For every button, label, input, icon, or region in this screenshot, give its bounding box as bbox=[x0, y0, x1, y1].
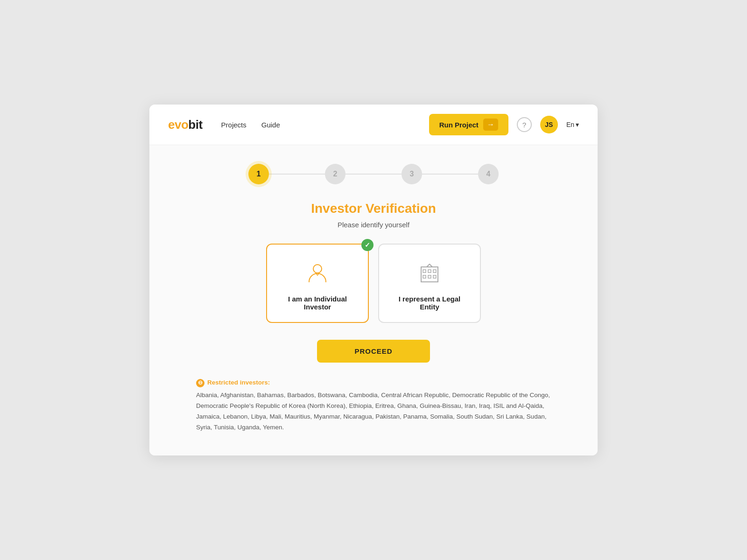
app-window: evobit Projects Guide Run Project → ? JS… bbox=[149, 105, 598, 455]
step-line-1-2 bbox=[269, 174, 325, 175]
page-subtitle: Please identify yourself bbox=[168, 221, 579, 229]
step-line-2-3 bbox=[345, 174, 402, 175]
logo-evo: evo bbox=[168, 118, 188, 132]
header-actions: Run Project → ? JS En ▾ bbox=[429, 114, 579, 135]
run-project-label: Run Project bbox=[439, 121, 479, 129]
navigation: Projects Guide bbox=[221, 121, 429, 129]
restricted-warning-icon: ⊖ bbox=[196, 379, 204, 387]
restricted-title: ⊖ Restricted investors: bbox=[196, 378, 551, 388]
nav-guide[interactable]: Guide bbox=[261, 121, 280, 129]
legal-entity-icon bbox=[416, 259, 444, 287]
proceed-button-wrapper: PROCEED bbox=[168, 340, 579, 378]
step-wrapper-3: 3 bbox=[402, 164, 422, 184]
help-icon[interactable]: ? bbox=[517, 117, 532, 132]
svg-rect-6 bbox=[428, 275, 431, 278]
step-2-label: 2 bbox=[333, 170, 338, 178]
step-wrapper-1: 1 bbox=[248, 164, 269, 184]
restricted-investors-section: ⊖ Restricted investors: Albania, Afghani… bbox=[196, 378, 551, 433]
nav-projects[interactable]: Projects bbox=[221, 121, 247, 129]
legal-entity-label: I represent a Legal Entity bbox=[388, 295, 471, 311]
svg-rect-5 bbox=[423, 275, 426, 278]
header: evobit Projects Guide Run Project → ? JS… bbox=[149, 105, 598, 145]
svg-rect-3 bbox=[428, 270, 431, 273]
step-1[interactable]: 1 bbox=[248, 164, 269, 184]
restricted-countries-text: Albania, Afghanistan, Bahamas, Barbados,… bbox=[196, 392, 550, 431]
page-title: Investor Verification bbox=[168, 201, 579, 216]
svg-point-0 bbox=[313, 265, 322, 273]
step-3-label: 3 bbox=[410, 170, 414, 178]
logo-bit: bit bbox=[188, 118, 202, 132]
step-1-label: 1 bbox=[257, 170, 261, 178]
restricted-title-label: Restricted investors: bbox=[207, 378, 270, 388]
language-selector[interactable]: En ▾ bbox=[566, 121, 579, 128]
step-line-3-4 bbox=[422, 174, 478, 175]
individual-investor-icon bbox=[303, 259, 331, 287]
content-area: 1 2 3 4 Investo bbox=[149, 145, 598, 455]
svg-rect-1 bbox=[421, 267, 438, 282]
lang-label: En bbox=[566, 121, 574, 128]
chevron-down-icon: ▾ bbox=[576, 121, 579, 128]
step-3[interactable]: 3 bbox=[402, 164, 422, 184]
step-wrapper-2: 2 bbox=[325, 164, 345, 184]
step-wrapper-4: 4 bbox=[478, 164, 499, 184]
run-project-arrow-icon: → bbox=[483, 119, 498, 131]
run-project-button[interactable]: Run Project → bbox=[429, 114, 508, 135]
step-4[interactable]: 4 bbox=[478, 164, 499, 184]
svg-rect-2 bbox=[423, 270, 426, 273]
legal-entity-card[interactable]: I represent a Legal Entity bbox=[378, 244, 481, 323]
proceed-button[interactable]: PROCEED bbox=[317, 340, 430, 363]
main-content: Investor Verification Please identify yo… bbox=[168, 201, 579, 433]
step-2[interactable]: 2 bbox=[325, 164, 345, 184]
step-4-label: 4 bbox=[486, 170, 491, 178]
choice-cards: ✓ I am an Individual Investor bbox=[168, 244, 579, 323]
logo: evobit bbox=[168, 118, 203, 132]
svg-rect-7 bbox=[433, 275, 436, 278]
individual-investor-label: I am an Individual Investor bbox=[276, 295, 359, 311]
steps-progress: 1 2 3 4 bbox=[168, 164, 579, 184]
selected-check-badge: ✓ bbox=[361, 239, 374, 251]
svg-rect-4 bbox=[433, 270, 436, 273]
avatar[interactable]: JS bbox=[540, 116, 558, 133]
individual-investor-card[interactable]: ✓ I am an Individual Investor bbox=[266, 244, 369, 323]
